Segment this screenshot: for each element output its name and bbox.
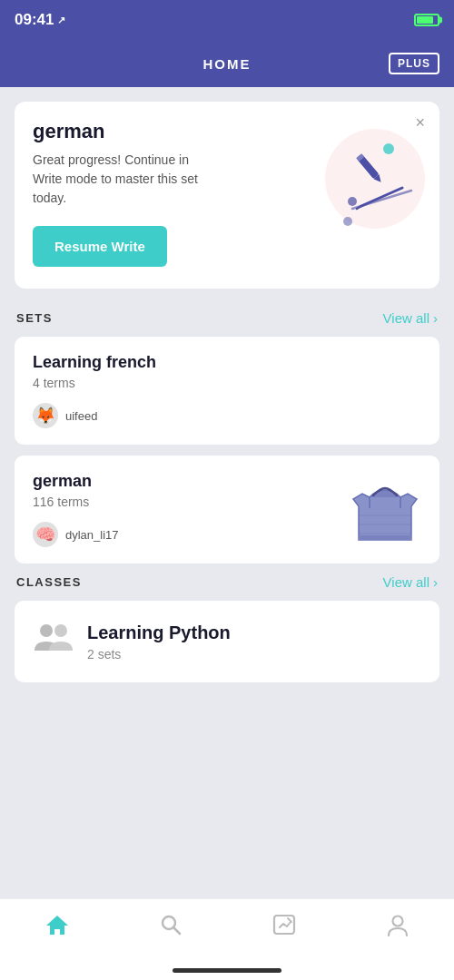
profile-icon [385,912,410,937]
card-illustration [307,120,425,238]
class-info: Learning Python 2 sets [87,622,231,662]
battery-indicator [414,14,439,26]
search-icon [158,912,183,937]
avatar-dylan: 🧠 [33,522,58,547]
svg-point-13 [40,624,53,637]
author-name-german: dylan_li17 [65,528,119,542]
set-author-german: 🧠 dylan_li17 [33,522,349,547]
classes-section-header: CLASSES View all › [15,574,439,590]
nav-item-home[interactable] [0,912,114,937]
classes-section-title: CLASSES [16,575,82,589]
avatar-uifeed: 🦊 [33,403,58,428]
svg-line-8 [352,191,411,209]
set-terms-french: 4 terms [33,376,421,390]
set-card-french[interactable]: Learning french 4 terms 🦊 uifeed [15,337,439,445]
svg-line-16 [173,927,180,934]
svg-point-0 [383,143,394,154]
set-author-french: 🦊 uifeed [33,403,421,428]
class-card-python[interactable]: Learning Python 2 sets [15,601,439,682]
status-bar: 09:41 ↗ [0,0,454,40]
home-indicator [173,968,281,973]
author-name-french: uifeed [65,409,97,423]
header-title: HOME [203,56,252,72]
card-description: Great progress! Continue in Write mode t… [33,151,214,208]
nav-item-create[interactable] [227,912,340,937]
sets-view-all-chevron: › [433,310,438,326]
classes-view-all-label: View all [383,574,429,590]
svg-rect-12 [359,535,411,540]
app-header: HOME PLUS [0,40,454,87]
avatar-emoji-french: 🦊 [35,406,55,426]
main-content: × german [0,87,454,773]
sets-section-header: SETS View all › [15,310,439,326]
resume-card: × german [15,102,439,289]
plus-badge[interactable]: PLUS [389,53,439,74]
set-card-german[interactable]: german 116 terms 🧠 dylan_li17 [15,456,439,564]
location-icon: ↗ [57,15,65,26]
battery-fill [417,16,433,24]
nav-item-profile[interactable] [340,912,454,937]
svg-point-1 [348,197,357,206]
class-name-python: Learning Python [87,622,231,643]
classes-section: CLASSES View all › Learning Pyth [15,574,439,682]
create-icon [271,912,297,937]
resume-write-button[interactable]: Resume Write [33,226,167,267]
avatar-emoji-german: 🧠 [35,524,55,544]
status-time: 09:41 ↗ [15,11,65,29]
bottom-spacer [15,682,439,773]
sweater-image [349,474,421,546]
set-terms-german: 116 terms [33,495,349,509]
home-icon [44,912,70,937]
class-sets-python: 2 sets [87,647,231,662]
nav-item-search[interactable] [114,912,227,937]
set-name-french: Learning french [33,353,421,372]
set-card-left-german: german 116 terms 🧠 dylan_li17 [33,472,349,547]
classes-view-all-chevron: › [433,574,438,590]
set-name-german: german [33,472,349,491]
time-display: 09:41 [15,11,54,29]
svg-point-2 [343,217,352,226]
write-illustration [307,120,425,238]
classes-view-all-button[interactable]: View all › [383,574,438,590]
sets-view-all-label: View all [383,310,429,326]
svg-line-18 [288,918,291,922]
battery-icon [414,14,439,26]
sets-section-title: SETS [16,311,53,325]
set-card-left: Learning french 4 terms 🦊 uifeed [33,353,421,428]
svg-point-14 [54,624,67,637]
class-group-icon [33,622,74,662]
sets-view-all-button[interactable]: View all › [383,310,438,326]
svg-point-19 [392,916,402,926]
